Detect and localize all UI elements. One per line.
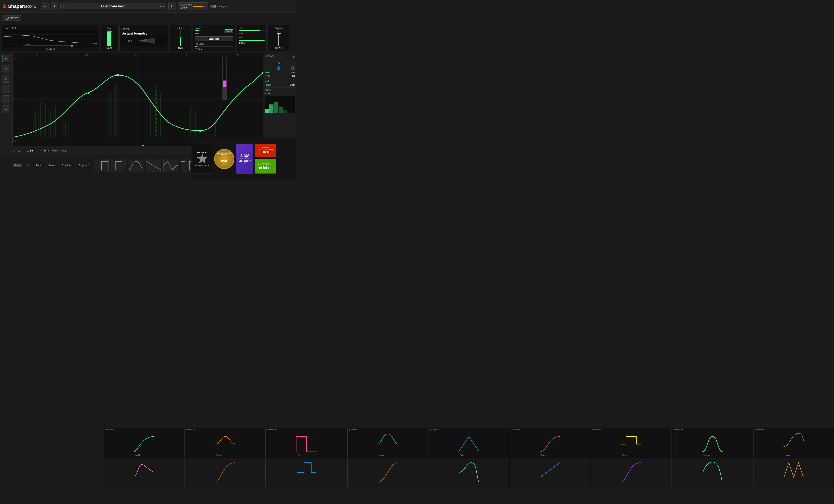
decay-label: Decay <box>195 27 201 29</box>
preset-pump[interactable]: Pump <box>34 163 44 167</box>
svg-rect-30 <box>48 108 48 137</box>
menu-button[interactable]: ≡ <box>41 3 48 10</box>
add-track-button[interactable]: + <box>22 15 28 21</box>
logo-area: ⏻ ShaperBox 3 <box>3 4 37 9</box>
preset-next-button[interactable]: › <box>163 5 164 8</box>
pen-tool[interactable]: ✒ <box>3 106 10 113</box>
envelope-power[interactable]: ⏻ <box>278 60 282 64</box>
power-icon[interactable]: ⏻ <box>3 4 7 9</box>
size-slider[interactable] <box>239 30 265 31</box>
preset-shape-4[interactable] <box>146 159 161 172</box>
bar-next[interactable]: › <box>40 149 41 152</box>
refresh-button[interactable]: ↻ <box>169 3 176 10</box>
futuremusic-logo: FutureMusic <box>197 152 207 154</box>
app-logo: ShaperBox 3 <box>8 4 37 9</box>
svg-rect-43 <box>153 97 154 137</box>
select-region-tool[interactable]: ⊞ <box>3 75 10 83</box>
volume-fader[interactable]: M~ <box>172 29 189 46</box>
favorite-icon[interactable]: ♡ <box>63 4 66 8</box>
sos-fx: FX <box>244 162 246 164</box>
svg-point-56 <box>116 74 119 76</box>
svg-rect-7 <box>23 46 72 46</box>
gated-badge[interactable]: Gated <box>224 29 233 33</box>
bar-count[interactable]: 1 Bar <box>27 149 34 152</box>
predelay-slider[interactable] <box>195 46 233 47</box>
svg-rect-80 <box>266 166 267 169</box>
svg-rect-64 <box>283 110 287 113</box>
preset-sweep[interactable]: Sweep <box>46 163 58 167</box>
clear-tails-button[interactable]: Clear Tails <box>195 37 233 41</box>
mt-score: 10/10 <box>261 150 270 154</box>
send-section: Send 100% <box>101 25 118 51</box>
sync-button[interactable]: Sync <box>43 149 49 152</box>
eq-canvas[interactable]: 120Hz <box>4 30 97 47</box>
decay-slider[interactable] <box>195 30 201 31</box>
bar-prev[interactable]: ‹ <box>36 149 37 152</box>
free-option[interactable]: Free <box>290 71 295 74</box>
link-icon[interactable]: ⊙ <box>18 149 20 152</box>
attack-graph <box>265 96 295 113</box>
midi-button[interactable]: MIDI <box>52 149 58 152</box>
svg-rect-46 <box>160 93 161 137</box>
size-label: Size <box>239 27 265 29</box>
bars-icon[interactable]: ≡ <box>23 149 25 152</box>
award-futuremusic: FutureMusic Platinum Award <box>193 144 212 174</box>
svg-rect-26 <box>38 106 39 137</box>
award-mt-excellence: MusicTech EXCELLENCE AWARD 10/10 <box>255 144 276 157</box>
audio-button[interactable]: Audio <box>60 149 67 152</box>
master-mix-slider[interactable] <box>193 6 206 7</box>
sos-essential: Essential FX <box>239 160 251 162</box>
svg-rect-49 <box>193 102 194 137</box>
reverb-next-button[interactable]: › <box>166 27 166 30</box>
expand-icon[interactable]: ⤢ <box>13 149 15 152</box>
preset-rhythm1[interactable]: Rhythm 1 <box>60 163 74 167</box>
send-fader[interactable] <box>107 30 111 46</box>
node-tool[interactable]: ⊸ <box>3 85 10 93</box>
reverb-tab[interactable]: ~))( Reverb <box>2 15 21 21</box>
preset-shape-2[interactable] <box>111 159 126 172</box>
preset-hit[interactable]: Hit <box>25 163 31 167</box>
svg-rect-24 <box>32 115 34 137</box>
svg-point-8 <box>70 45 73 47</box>
help-button[interactable]: ? <box>51 3 58 10</box>
volume-section: Volume M~ 46% <box>170 25 191 51</box>
preset-shape-5[interactable] <box>163 159 178 172</box>
curve-tool[interactable]: ∫ <box>3 95 10 103</box>
eq-labels: Low Mid <box>4 27 97 29</box>
shaper-canvas[interactable]: 0 1/4 2/4 3/4 4/4 100% 50% 0% <box>13 53 263 146</box>
off-value: Off <box>292 75 295 77</box>
top-bar: ⏻ ShaperBox 3 ≡ ? ♡ Over there beat ‹ › … <box>0 0 297 13</box>
size-value: 84% <box>239 32 265 35</box>
eq-section: Low Mid 120Hz Bands <box>2 25 99 51</box>
eq-bands-label: Bands 🎧 <box>4 48 97 50</box>
follow-option[interactable]: Follow <box>265 84 271 86</box>
preset-prev-button[interactable]: ‹ <box>160 5 161 8</box>
freq-value: 120Hz <box>265 75 271 77</box>
svg-point-59 <box>262 72 263 74</box>
reverb-prev-button[interactable]: ‹ <box>164 27 164 30</box>
preset-shape-1[interactable] <box>94 159 109 172</box>
master-mix-value: 100% <box>180 6 192 9</box>
envelope-in-row: In 👤 🎧 <box>265 66 295 70</box>
duck-option[interactable]: Duck <box>290 84 295 86</box>
drywet-value: 100:50 <box>275 46 283 49</box>
draw-tool[interactable]: ↺ <box>3 65 10 72</box>
vert-meter <box>222 57 227 100</box>
musictech-awards: MusicTech EXCELLENCE AWARD 10/10 MusicTe… <box>255 144 276 174</box>
preset-rhythm2[interactable]: Rhythm 2 <box>77 163 91 167</box>
preset-basic[interactable]: Basic <box>13 163 22 167</box>
svg-rect-33 <box>55 106 56 137</box>
size-width-section: Size 84% Width 100% <box>237 25 266 51</box>
preset-shape-3[interactable] <box>129 159 144 172</box>
svg-rect-44 <box>155 91 156 137</box>
svg-rect-12 <box>180 38 181 46</box>
drywet-fader[interactable] <box>270 29 287 46</box>
band-option[interactable]: Band <box>265 71 269 74</box>
svg-rect-39 <box>113 89 113 137</box>
svg-rect-62 <box>274 102 278 113</box>
select-tool[interactable]: ▸ <box>3 54 10 62</box>
svg-rect-47 <box>188 111 189 137</box>
expand-button[interactable]: » <box>293 55 295 59</box>
width-slider[interactable] <box>239 40 265 41</box>
envelope-panel: Envelope » ⏻ In 👤 🎧 Band Free 120Hz Off … <box>263 53 297 146</box>
